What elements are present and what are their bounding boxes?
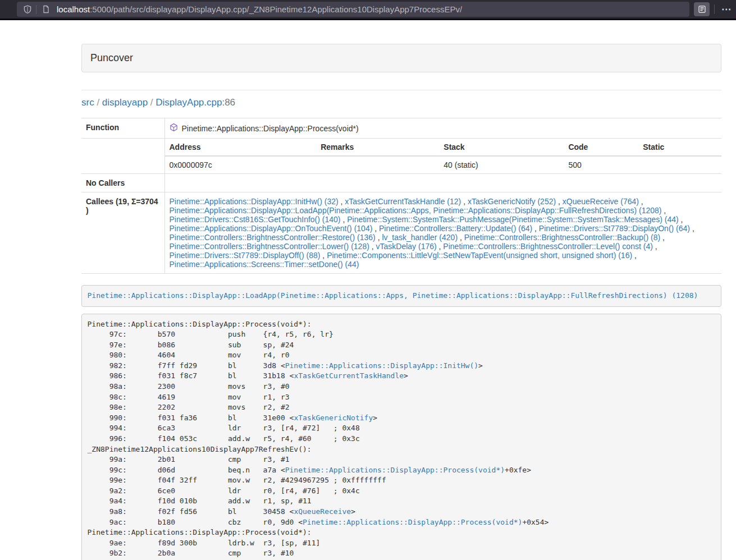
breadcrumb-link[interactable]: src [81,97,94,108]
page-icon [40,3,52,16]
asm-symbol-link[interactable]: Pinetime::Applications::DisplayApp::Proc… [285,466,505,474]
callee-separator: , [532,224,539,233]
code-header-block: Pinetime::Applications::DisplayApp::Load… [81,285,721,307]
callee-link[interactable]: lv_task_handler (420) [382,233,458,242]
callee-link[interactable]: Pinetime::System::SystemTask::PushMessag… [347,215,679,224]
callee-link[interactable]: Pinetime::Applications::Screens::Timer::… [170,260,359,269]
url-bar[interactable]: localhost:5000/path/src/displayapp/Displ… [17,2,689,17]
callee-separator: , [461,197,468,206]
callee-link[interactable]: xQueueReceive (764) [563,197,639,206]
value-code: 500 [564,156,638,173]
value-stack: 40 (static) [439,156,564,173]
callee-separator: , [458,233,464,242]
breadcrumb-link[interactable]: DisplayApp.cpp [156,97,222,108]
asm-symbol-link[interactable]: Pinetime::Applications::DisplayApp::Proc… [303,518,522,526]
callee-link[interactable]: Pinetime::Controllers::BrightnessControl… [443,242,652,251]
callee-separator: , [437,242,444,251]
callee-separator: , [653,242,657,251]
callee-separator: , [369,242,376,251]
asm-symbol-link[interactable]: xQueueReceive [294,507,351,516]
col-address: Address [165,139,317,156]
callee-separator: , [660,233,665,242]
breadcrumb: src / displayapp / DisplayApp.cpp:86 [81,97,721,108]
callee-link[interactable]: Pinetime::Components::LittleVgl::SetNewT… [327,251,632,260]
col-stack: Stack [439,139,564,156]
callees-row: Callees (19, Σ=3704 ) Pinetime::Applicat… [81,192,721,274]
breadcrumb-link[interactable]: displayapp [102,97,148,108]
value-remarks [316,156,439,173]
callee-separator: , [679,215,683,224]
callee-link[interactable]: Pinetime::Controllers::BrightnessControl… [170,233,376,242]
callee-link[interactable]: Pinetime::Drivers::St7789::DisplayOff() … [170,251,321,260]
page-container: Puncover src / displayapp / DisplayApp.c… [81,44,721,560]
function-name: Pinetime::Applications::DisplayApp::Proc… [182,124,359,133]
callee-link[interactable]: Pinetime::Controllers::BrightnessControl… [464,233,660,242]
callees-label: Callees (19, Σ=3704 ) [81,192,164,274]
detail-value-row: 0x0000097c 40 (static) 500 [165,156,722,173]
no-callers-label: No Callers [81,174,164,192]
callee-separator: , [320,251,327,260]
callee-separator: , [661,206,666,215]
detail-header-row: Address Remarks Stack Code Static [165,139,722,156]
callee-separator: , [341,215,348,224]
url-path: :5000/path/src/displayapp/DisplayApp.cpp… [90,4,462,14]
callees-list: Pinetime::Applications::DisplayApp::Init… [164,192,721,274]
breadcrumb-separator: / [148,97,156,108]
asm-symbol-link[interactable]: Pinetime::Applications::DisplayApp::Init… [285,361,478,370]
toolbar-separator [714,4,715,14]
url-text: localhost:5000/path/src/displayapp/Displ… [57,4,462,14]
puncover-panel: Puncover [81,44,721,72]
callee-separator: , [376,233,382,242]
col-static: Static [638,139,721,156]
callee-link[interactable]: xTaskGetCurrentTaskHandle (12) [345,197,461,206]
function-row-label: Function [81,118,164,139]
divider [81,90,721,90]
callee-link[interactable]: Pinetime::Controllers::Battery::Update()… [379,224,532,233]
url-host: localhost [57,4,90,14]
page-title: Puncover [82,44,721,72]
shield-icon[interactable] [21,3,34,16]
callee-separator: , [632,251,637,260]
col-code: Code [564,139,638,156]
col-remarks: Remarks [316,139,439,156]
urlbar-separator [36,5,36,14]
code-header-link[interactable]: Pinetime::Applications::DisplayApp::Load… [88,291,698,300]
function-detail-table: Address Remarks Stack Code Static 0x0000… [165,139,722,173]
callee-separator: , [690,224,694,233]
browser-toolbar: localhost:5000/path/src/displayapp/Displ… [0,0,736,19]
callee-link[interactable]: Pinetime::Drivers::Cst816S::GetTouchInfo… [170,215,341,224]
symbol-cube-icon [170,123,178,134]
asm-symbol-link[interactable]: xTaskGetCurrentTaskHandle [294,371,404,380]
no-callers-row: No Callers [81,174,721,192]
callee-separator: , [339,197,345,206]
breadcrumb-separator: / [94,97,102,108]
function-row: Function Pinetime::Applications::Display… [81,118,721,139]
asm-symbol-link[interactable]: xTaskGenericNotify [294,414,373,422]
function-table: Function Pinetime::Applications::Display… [81,118,721,274]
menu-icon[interactable]: ⋯ [721,0,732,19]
assembly-listing: Pinetime::Applications::DisplayApp::Proc… [81,314,721,560]
callee-link[interactable]: xTaskGenericNotify (252) [468,197,556,206]
callee-separator: , [556,197,563,206]
callee-link[interactable]: vTaskDelay (176) [376,242,437,251]
reader-mode-button[interactable] [694,2,710,16]
breadcrumb-line-number: :86 [222,97,235,108]
callee-link[interactable]: Pinetime::Applications::DisplayApp::Init… [170,197,339,206]
callee-separator: , [639,197,643,206]
callee-separator: , [372,224,379,233]
chrome-bottom-strip [0,19,736,20]
callee-link[interactable]: Pinetime::Applications::DisplayApp::Load… [170,206,662,215]
function-detail-row: Address Remarks Stack Code Static 0x0000… [81,139,721,174]
value-address: 0x0000097c [165,156,317,173]
value-static [638,156,721,173]
callee-link[interactable]: Pinetime::Controllers::BrightnessControl… [170,242,369,251]
callee-link[interactable]: Pinetime::Applications::DisplayApp::OnTo… [170,224,373,233]
callee-link[interactable]: Pinetime::Drivers::St7789::DisplayOn() (… [539,224,690,233]
